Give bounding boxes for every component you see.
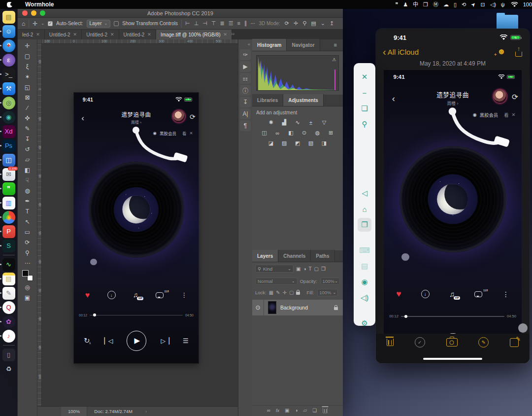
Untitled-2[interactable]: Untitled-2 ✕ <box>82 30 119 39</box>
close-icon[interactable]: ✕ <box>358 70 371 84</box>
dock-android-studio[interactable]: ◎ <box>2 97 15 109</box>
dock-safari[interactable]: ✦ <box>2 39 15 52</box>
share-icon[interactable]: ↥ <box>330 20 334 27</box>
layer-thumbnail[interactable] <box>268 301 276 314</box>
layer-group-icon[interactable]: ▱ <box>303 408 307 413</box>
clone-stamp-tool[interactable]: ↧ <box>22 134 33 144</box>
filter-pixel-icon[interactable]: ▣ <box>296 266 300 272</box>
workspace-chevron-icon[interactable]: ⌄ <box>321 20 325 27</box>
share-icon[interactable]: ↑ <box>515 47 523 57</box>
brushes-panel-icon[interactable]: ✑ <box>240 49 251 60</box>
dock-photos-dark[interactable]: ✿ <box>2 315 15 328</box>
auto-select-checkbox[interactable]: ✓ <box>48 21 53 26</box>
character-panel-icon[interactable]: A| <box>240 108 251 119</box>
curves-icon[interactable]: ∿ <box>293 119 302 126</box>
align-right-icon[interactable]: ⊣ <box>202 20 207 27</box>
photo-scrubber-dot[interactable] <box>518 323 528 333</box>
Layers[interactable]: Layers <box>252 250 278 262</box>
selective-color-icon[interactable]: ◨ <box>320 139 329 147</box>
telegram-icon[interactable]: ➤ <box>468 0 478 9</box>
history-brush-tool[interactable]: ↺ <box>22 144 33 154</box>
mouse-icon[interactable]: ▯ <box>454 0 457 9</box>
Paths[interactable]: Paths <box>311 250 334 262</box>
fill-dropdown[interactable]: 100%⌄ <box>317 289 338 296</box>
show-transform-checkbox[interactable] <box>114 21 119 26</box>
Libraries[interactable]: Libraries <box>252 94 283 106</box>
workspace-icon[interactable]: ▤ <box>311 20 316 27</box>
invert-icon[interactable]: ◪ <box>266 139 275 147</box>
pen-tool[interactable]: ✒ <box>22 196 33 206</box>
lock-pixels-icon[interactable]: ✎ <box>276 290 280 295</box>
dock-separator[interactable] <box>3 345 15 346</box>
zoom-level-field[interactable]: 100% <box>61 407 87 416</box>
speaker-icon[interactable]: ◁) <box>358 291 371 305</box>
background-layer-row[interactable]: ⊙ Background <box>252 300 343 315</box>
dock-stickies[interactable]: ▤ <box>2 11 15 24</box>
volume-icon[interactable]: ◁) <box>490 0 496 9</box>
dock-adobe-xd[interactable]: Xd <box>2 125 15 138</box>
histogram-warning-icon[interactable]: ⚠ <box>332 57 336 62</box>
home-icon[interactable]: ⌂ <box>22 20 25 27</box>
photo-view[interactable]: 9:41 ϟ ‹ 遗梦追寻曲 周楼 › ⟳ ◉ 黑胶会员 看 ✕ <box>384 70 522 335</box>
dock-textedit[interactable]: ✎ <box>2 287 15 300</box>
dock-finder[interactable]: ☺ <box>2 25 15 38</box>
iphone-mirror-window[interactable]: 9:41 ϟ ‹ All iCloud ☻+ ↑ May 18, 2020 at… <box>376 29 530 363</box>
smudge-tool[interactable]: ☟ <box>22 175 33 185</box>
dock-activity-scope[interactable]: ∿ <box>2 258 15 271</box>
link-layers-icon[interactable]: ∞ <box>267 408 270 413</box>
type-tool[interactable]: T <box>22 206 33 216</box>
color-lookup-icon[interactable]: ⊞ <box>327 129 335 137</box>
delete-layer-icon[interactable] <box>323 408 328 413</box>
select-checkmark-icon[interactable]: ✓ <box>415 337 425 347</box>
paragraph-panel-icon[interactable]: ¶ <box>240 120 251 131</box>
layer-style-icon[interactable]: fx <box>276 408 279 413</box>
filter-shape-icon[interactable]: ▢ <box>314 266 319 272</box>
layer-visibility-eye-icon[interactable]: ⊙ <box>252 300 264 315</box>
desktop-folder-icon[interactable] <box>497 15 518 30</box>
frame-tool[interactable]: ⊠ <box>22 92 33 103</box>
kind-filter-dropdown[interactable]: ⚲ Kind ⌄ <box>255 265 294 273</box>
shape-tool[interactable]: ▭ <box>22 227 33 237</box>
magic-wand-tool[interactable]: ✶ <box>22 71 33 82</box>
dock-emacs[interactable]: ε <box>2 54 15 67</box>
distribute-center-icon[interactable]: ☰ <box>229 20 233 27</box>
canvas-area[interactable]: 1000100200300400500600 10001002003004005… <box>37 39 238 406</box>
battery-percent[interactable]: 100 <box>523 1 532 7</box>
keyboard-icon[interactable]: ⌨ <box>358 243 371 257</box>
eyedropper-tool[interactable]: ∕ <box>22 103 33 113</box>
cloud-app-icon[interactable]: ☁ <box>443 0 449 9</box>
exposure-icon[interactable]: ± <box>306 119 315 126</box>
align-left-icon[interactable]: ⊢ <box>185 20 190 27</box>
distribute-horizontal-icon[interactable]: ∥ <box>244 20 247 27</box>
healing-brush-tool[interactable]: ✜ <box>22 113 33 123</box>
auto-select-dropdown[interactable]: Layer⌄ <box>87 20 111 28</box>
lock-position-icon[interactable]: ✛ <box>283 290 287 295</box>
dock-trash[interactable]: ♻ <box>2 363 15 376</box>
Adjustments[interactable]: Adjustments <box>283 94 324 106</box>
Navigator[interactable]: Navigator <box>287 39 320 51</box>
clipboard-icon[interactable]: ▤ <box>358 259 371 273</box>
close-tab-icon[interactable]: ✕ <box>147 32 151 37</box>
close-tab-icon[interactable]: ✕ <box>36 32 40 37</box>
time-machine-icon[interactable]: ⟲ <box>462 0 466 9</box>
dock-wechat[interactable]: ❞ <box>2 182 15 195</box>
levels-icon[interactable]: ▟ <box>280 119 289 126</box>
lock-transparent-icon[interactable]: ▦ <box>269 290 273 295</box>
crop-tool[interactable]: ◱ <box>22 82 33 92</box>
filter-adjustment-icon[interactable]: ◑ <box>303 266 306 272</box>
close-tab-icon[interactable]: ✕ <box>110 32 114 37</box>
info-panel-icon[interactable]: ⓘ <box>240 85 251 96</box>
dock-terminal[interactable]: >_ <box>2 68 15 81</box>
gradient-tool[interactable]: ◧ <box>22 165 33 175</box>
filter-type-icon[interactable]: T <box>309 266 312 272</box>
hue-saturation-icon[interactable]: ◫ <box>260 129 269 137</box>
gradient-map-icon[interactable]: ▧ <box>306 139 315 147</box>
audio-jack-icon[interactable]: ψ <box>501 0 505 9</box>
rotate-view-tool[interactable]: ⟳ <box>22 237 33 247</box>
settings-gear-icon[interactable]: ⚙ <box>358 316 371 330</box>
lasso-tool[interactable]: ξ <box>22 61 33 71</box>
dock-wormhole[interactable]: S <box>2 240 15 252</box>
distribute-vertical-icon[interactable]: ≣ <box>220 20 224 27</box>
window-titlebar[interactable]: Adobe Photoshop CC 2019 <box>18 9 343 18</box>
pin-icon[interactable]: ⚲ <box>358 117 371 131</box>
